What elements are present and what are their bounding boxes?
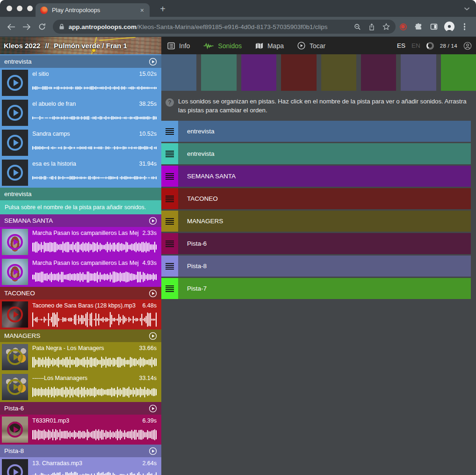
play-clip-icon[interactable] [7,264,23,280]
tab-sonidos[interactable]: Sonidos [203,42,242,50]
breadcrumb[interactable]: Kleos 2022 // Pulmón verde / Fran 1 [4,42,130,50]
play-clip-icon[interactable] [7,105,23,121]
clip-title: T633R01.mp3 [32,417,69,424]
track-header[interactable]: Pista-8 [0,445,161,457]
audio-clip[interactable]: Sandra camps10.52s [0,128,161,158]
track-row[interactable]: Pista-7 [161,278,471,299]
play-clip-icon[interactable] [7,379,23,395]
breadcrumb-project[interactable]: Kleos 2022 [4,42,40,50]
clip-thumbnail[interactable] [2,417,28,443]
address-bar[interactable]: app.antropoloops.com/Kleos-Santa-Marina/… [53,20,396,34]
play-clip-icon[interactable] [7,135,23,151]
new-tab-button[interactable]: + [157,3,168,15]
audio-clip[interactable]: 13. Charradas.mp32.64s [0,457,161,475]
play-clip-icon[interactable] [7,234,23,250]
track-header[interactable]: entrevista [0,188,161,200]
track-row-body[interactable]: Pista-7 [178,278,471,299]
play-track-button[interactable] [149,217,157,225]
audio-clip[interactable]: T633R01.mp36.39s [0,415,161,445]
track-rows: entrevistaentrevistaSEMANA SANTATACONEOM… [161,121,471,299]
drag-handle[interactable] [161,188,178,209]
track-row-body[interactable]: entrevista [178,121,471,142]
language-es-button[interactable]: ES [397,42,405,49]
track-row[interactable]: Pista-8 [161,256,471,277]
audio-clip[interactable]: Pata Negra - Los Managers33.66s [0,342,161,372]
play-track-button[interactable] [149,447,157,455]
share-icon[interactable] [365,23,379,31]
browser-tab[interactable]: Play Antropoloops × [36,3,150,17]
forward-button[interactable] [19,23,35,30]
drag-handle[interactable] [161,211,178,232]
audio-clip[interactable]: esa es la historia31.94s [0,158,161,188]
tab-close-button[interactable]: × [139,6,145,15]
tab-search-chevron-icon[interactable] [464,7,470,11]
clip-thumbnail[interactable] [2,259,28,285]
clip-thumbnail[interactable] [2,100,28,126]
track-row[interactable]: entrevista [161,143,471,164]
track-row[interactable]: SEMANA SANTA [161,166,471,187]
play-clip-icon[interactable] [7,422,23,438]
track-row-body[interactable]: Pista-8 [178,256,471,277]
play-clip-icon[interactable] [7,165,23,181]
language-en-button[interactable]: EN [411,42,420,49]
audio-clip[interactable]: Marcha Pasan los campanilleros Las Mejor… [0,257,161,287]
drag-handle[interactable] [161,278,178,299]
drag-handle[interactable] [161,121,178,142]
page-zoom-icon[interactable] [350,23,365,30]
side-panel-icon[interactable] [426,23,441,30]
track-row-body[interactable]: TACONEO [178,188,471,209]
account-icon[interactable] [463,42,472,50]
tab-info[interactable]: Info [167,42,190,50]
track-row-body[interactable]: SEMANA SANTA [178,166,471,187]
clip-thumbnail[interactable] [2,160,28,186]
track-header[interactable]: TACONEO [0,287,161,300]
track-row[interactable]: Pista-6 [161,233,471,254]
drag-handle[interactable] [161,233,178,254]
audio-clip[interactable]: el abuelo de fran38.25s [0,98,161,128]
drag-handle[interactable] [161,166,178,187]
play-clip-icon[interactable] [7,75,23,91]
play-track-button[interactable] [149,404,157,413]
play-track-button[interactable] [149,289,157,298]
track-row-body[interactable]: Pista-6 [178,233,471,254]
track-row[interactable]: MANAGERS [161,211,471,232]
back-button[interactable] [4,23,19,30]
play-track-button[interactable] [149,58,157,66]
clip-thumbnail[interactable] [2,301,28,328]
play-clip-icon[interactable] [7,307,23,322]
audio-clip[interactable]: ------Los Mananagers33.14s [0,372,161,402]
clip-thumbnail[interactable] [2,229,28,255]
bookmark-star-icon[interactable] [379,23,394,30]
extensions-puzzle-icon[interactable] [411,23,426,30]
clip-thumbnail[interactable] [2,344,28,370]
track-row-body[interactable]: entrevista [178,143,471,164]
track-row[interactable]: TACONEO [161,188,471,209]
tab-mapa[interactable]: Mapa [255,42,284,50]
audio-clip[interactable]: el sitio15.02s [0,68,161,98]
play-track-button[interactable] [149,332,157,340]
clip-thumbnail[interactable] [2,374,28,400]
window-minimize-button[interactable] [17,6,22,11]
track-row-body[interactable]: MANAGERS [178,211,471,232]
audio-clip[interactable]: Marcha Pasan los campanilleros Las Mejor… [0,227,161,257]
audio-clip[interactable]: Taconeo de Sara Baras (128 kbps).mp36.48… [0,300,161,329]
clip-thumbnail[interactable] [2,459,28,475]
track-header[interactable]: MANAGERS [0,329,161,342]
drag-handle[interactable] [161,143,178,164]
reload-button[interactable] [35,23,50,30]
track-header[interactable]: Pista-6 [0,402,161,415]
clip-thumbnail[interactable] [2,70,28,96]
window-close-button[interactable] [7,6,12,11]
tab-tocar[interactable]: Tocar [297,42,325,50]
browser-menu-icon[interactable] [457,26,472,27]
track-header[interactable]: entrevista [0,55,161,68]
track-header[interactable]: SEMANA SANTA [0,214,161,227]
window-zoom-button[interactable] [27,6,33,11]
drag-handle[interactable] [161,256,178,277]
record-indicator-icon[interactable] [396,23,411,30]
track-row[interactable]: entrevista [161,121,471,142]
play-clip-icon[interactable] [7,464,23,475]
play-clip-icon[interactable] [7,349,23,365]
clip-thumbnail[interactable] [2,130,28,156]
profile-avatar[interactable] [441,22,457,32]
